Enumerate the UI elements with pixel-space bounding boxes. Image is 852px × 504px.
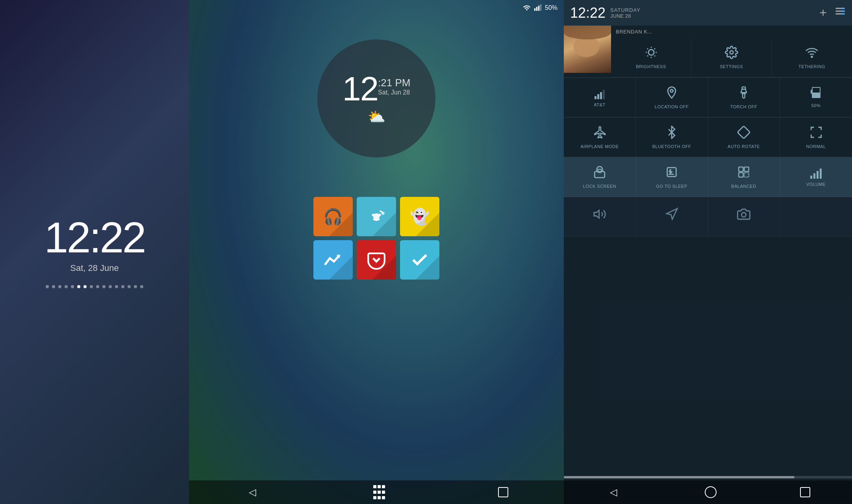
qs-tile-balanced[interactable]: BALANCED <box>708 158 780 197</box>
sleep-label: GO TO SLEEP <box>656 184 687 189</box>
qs-profile-info: BRENDAN K... <box>611 26 852 77</box>
qs-tile-speaker[interactable] <box>564 197 636 237</box>
rotate-label: AUTO ROTATE <box>728 144 760 149</box>
navigation-icon <box>665 208 678 221</box>
settings-label: SETTINGS <box>720 64 743 69</box>
svg-marker-39 <box>594 210 599 218</box>
lock-dots <box>46 285 143 288</box>
volume-label: VOLUME <box>806 182 826 187</box>
qs-tile-location[interactable]: LOCATION OFF <box>636 78 708 117</box>
qs-header: 12:22 SATURDAY JUNE 28 + <box>564 0 852 26</box>
bluetooth-icon <box>665 126 678 139</box>
app-anydo[interactable] <box>400 240 439 280</box>
app-pocket[interactable] <box>357 240 396 280</box>
bluetooth-label: BLUETOOTH OFF <box>652 144 691 149</box>
svg-rect-0 <box>534 8 535 11</box>
lock-date: Sat, 28 June <box>70 263 119 273</box>
svg-point-27 <box>670 89 673 92</box>
location-label: LOCATION OFF <box>655 104 689 109</box>
svg-line-9 <box>380 211 383 212</box>
qs-first-tiles: BRIGHTNESS SETTINGS <box>611 38 852 77</box>
qs-tile-navigation[interactable] <box>636 197 708 237</box>
att-label: AT&T <box>594 102 605 107</box>
svg-rect-14 <box>841 11 845 12</box>
add-button[interactable]: + <box>819 6 827 20</box>
back-button[interactable]: ◁ <box>244 484 260 500</box>
app-snapchat[interactable]: 👻 <box>400 197 439 236</box>
qs-tile-battery[interactable]: 50% <box>780 78 852 117</box>
qs-avatar-img <box>564 26 611 73</box>
qs-tile-sleep[interactable]: GO TO SLEEP <box>636 158 708 197</box>
camera-icon <box>737 208 750 221</box>
clock-widget: 12 :21 PM Sat, Jun 28 ⛅ <box>317 39 435 158</box>
svg-rect-31 <box>737 126 750 139</box>
battery-percentage: 50% <box>545 4 558 11</box>
reddit-icon <box>367 207 386 226</box>
qs-recents-button[interactable] <box>800 487 810 497</box>
signal-bars-icon <box>595 88 605 99</box>
svg-rect-13 <box>841 8 845 9</box>
qs-header-icons: + <box>819 6 846 20</box>
svg-point-41 <box>741 213 746 217</box>
lock-icon <box>593 165 606 179</box>
expand-icon <box>809 126 823 139</box>
lock-time: 12:22 <box>44 216 144 259</box>
app-reddit[interactable] <box>357 197 396 236</box>
svg-point-16 <box>648 50 654 55</box>
widget-hour: 12 <box>343 72 378 106</box>
widget-minutes-ampm: :21 PM <box>378 77 410 89</box>
qs-tile-autorotate[interactable]: AUTO ROTATE <box>708 118 780 157</box>
qs-tile-camera[interactable] <box>708 197 780 237</box>
battery-label: 50% <box>811 103 821 108</box>
svg-rect-15 <box>841 13 845 15</box>
qs-profile-tiles-row: BRENDAN K... <box>564 26 852 78</box>
rotate-icon <box>737 126 750 139</box>
qs-tile-tethering[interactable]: TETHERING <box>772 38 852 77</box>
airplane-icon <box>593 126 606 139</box>
svg-line-22 <box>654 56 655 56</box>
brightness-icon <box>645 46 658 59</box>
svg-rect-35 <box>739 167 743 171</box>
qs-tile-brightness[interactable]: BRIGHTNESS <box>611 38 691 77</box>
qs-tile-settings[interactable]: SETTINGS <box>691 38 772 77</box>
qs-avatar[interactable] <box>564 26 611 73</box>
airplane-label: AIRPLANE MODE <box>581 144 619 149</box>
qs-back-button[interactable]: ◁ <box>606 484 621 500</box>
svg-rect-37 <box>739 172 743 177</box>
wifi-icon <box>523 4 531 12</box>
svg-line-23 <box>654 48 655 49</box>
quick-settings-panel: 12:22 SATURDAY JUNE 28 + <box>564 0 852 504</box>
svg-point-25 <box>730 51 733 54</box>
qs-home-button[interactable] <box>705 486 717 498</box>
qs-tile-volume[interactable]: VOLUME <box>780 158 852 197</box>
qs-tile-torch[interactable]: TORCH OFF <box>708 78 780 117</box>
widget-time-row: 12 :21 PM Sat, Jun 28 <box>343 72 411 106</box>
menu-button[interactable] <box>835 6 846 20</box>
qs-tile-att[interactable]: AT&T <box>564 78 636 117</box>
qs-date-block: SATURDAY JUNE 28 <box>610 7 641 19</box>
signal-icon <box>534 4 542 12</box>
battery-icon <box>812 87 821 98</box>
qs-tiles-row3: AIRPLANE MODE BLUETOOTH OFF AUTO ROTATE <box>564 117 852 157</box>
svg-marker-40 <box>667 209 677 219</box>
app-grid: 🎧 👻 <box>313 197 439 280</box>
qs-tile-airplane[interactable]: AIRPLANE MODE <box>564 118 636 157</box>
app-podcast[interactable]: 🎧 <box>313 197 353 236</box>
home-button[interactable] <box>371 484 387 500</box>
qs-tile-normal[interactable]: NORMAL <box>780 118 852 157</box>
status-bar: 50% <box>189 0 564 16</box>
speaker-icon <box>593 208 606 221</box>
brightness-label: BRIGHTNESS <box>636 64 666 69</box>
qs-scrollbar-thumb <box>564 476 795 478</box>
finance-icon <box>323 250 343 270</box>
sleep-icon <box>665 165 678 179</box>
qs-scrollbar[interactable] <box>564 476 852 478</box>
app-finance[interactable] <box>313 240 353 280</box>
menu-icon <box>835 6 846 17</box>
qs-tile-lockscreen[interactable]: LOCK SCREEN <box>564 158 636 197</box>
qs-date: JUNE 28 <box>610 13 641 19</box>
svg-point-7 <box>378 214 381 216</box>
svg-point-26 <box>811 56 813 57</box>
recents-button[interactable] <box>498 487 508 497</box>
qs-tile-bluetooth[interactable]: BLUETOOTH OFF <box>636 118 708 157</box>
